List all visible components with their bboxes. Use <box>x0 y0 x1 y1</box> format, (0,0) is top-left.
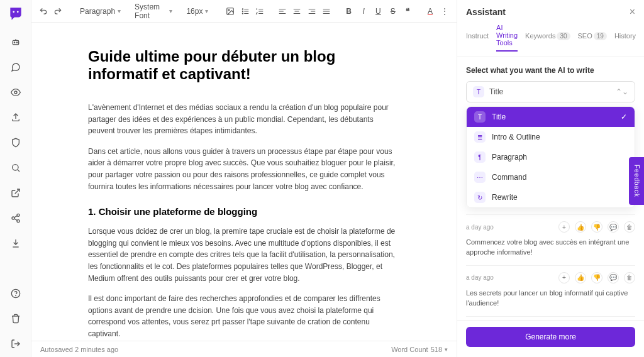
feedback-tab[interactable]: Feedback <box>629 157 644 205</box>
svg-point-5 <box>14 91 17 94</box>
align-right-button[interactable] <box>306 4 317 18</box>
svg-point-0 <box>13 11 14 13</box>
image-button[interactable] <box>225 4 236 18</box>
option-rewrite[interactable]: ↻Rewrite <box>467 187 635 207</box>
svg-point-1 <box>16 11 18 13</box>
ai-type-dropdown: TTitle✓ ≣Intro & Outline ¶Paragraph ⋯Com… <box>466 106 635 208</box>
chevron-down-icon: ▾ <box>445 346 448 353</box>
comment-icon[interactable] <box>10 62 21 73</box>
svg-point-11 <box>15 295 16 296</box>
robot-icon[interactable] <box>10 36 21 48</box>
quote-button[interactable]: ❝ <box>402 4 413 18</box>
redo-button[interactable] <box>52 4 63 18</box>
add-icon[interactable]: + <box>558 221 570 233</box>
title-icon: T <box>473 86 484 97</box>
word-count[interactable]: Word Count 518 ▾ <box>391 346 448 353</box>
tab-instruct[interactable]: Instruct <box>466 32 489 43</box>
align-justify-button[interactable] <box>321 4 331 18</box>
doc-paragraph[interactable]: Il est donc important de faire des reche… <box>88 293 400 339</box>
chevron-down-icon: ▾ <box>169 8 172 14</box>
underline-button[interactable]: U <box>373 4 384 18</box>
svg-point-3 <box>14 42 14 43</box>
editor-toolbar: Paragraph▾ System Font▾ 16px▾ B I U S ❝ … <box>31 0 457 23</box>
thumbs-down-icon[interactable]: 👎 <box>591 272 602 283</box>
italic-button[interactable]: I <box>358 4 369 18</box>
status-bar: Autosaved 2 minutes ago Word Count 518 ▾ <box>31 341 457 357</box>
chat-icon[interactable]: 💬 <box>608 221 619 233</box>
command-icon: ⋯ <box>474 172 486 183</box>
add-icon[interactable]: + <box>558 272 570 283</box>
history-item: a day ago + 👍 👎 💬 🗑 Découvrez comment dé… <box>466 316 635 320</box>
doc-paragraph[interactable]: Dans cet article, nous allons vous guide… <box>88 146 400 192</box>
undo-button[interactable] <box>38 4 48 18</box>
trash-icon[interactable] <box>10 313 21 324</box>
doc-paragraph[interactable]: L'avènement d'Internet et des médias soc… <box>88 102 400 137</box>
svg-point-15 <box>242 11 243 11</box>
delete-icon[interactable]: 🗑 <box>624 272 635 283</box>
svg-point-14 <box>242 8 243 9</box>
tab-keywords[interactable]: Keywords30 <box>525 32 570 43</box>
upload-icon[interactable] <box>10 112 21 123</box>
block-style-select[interactable]: Paragraph▾ <box>75 7 126 16</box>
generate-more-button[interactable]: Generate more <box>466 327 635 347</box>
eye-icon[interactable] <box>10 87 21 98</box>
thumbs-down-icon[interactable]: 👎 <box>591 221 602 233</box>
thumbs-up-icon[interactable]: 👍 <box>575 221 586 233</box>
outline-icon: ≣ <box>474 131 486 143</box>
svg-point-13 <box>229 9 230 11</box>
chevron-down-icon: ▾ <box>118 8 121 14</box>
ordered-list-button[interactable] <box>255 4 265 18</box>
align-center-button[interactable] <box>292 4 303 18</box>
close-icon[interactable]: × <box>630 6 635 18</box>
assistant-prompt: Select what you want the AI to write <box>466 66 635 75</box>
download-icon[interactable] <box>10 238 21 249</box>
ai-type-select[interactable]: T Title ⌃⌄ <box>466 81 635 102</box>
chat-icon[interactable]: 💬 <box>608 272 619 283</box>
paragraph-icon: ¶ <box>474 151 486 163</box>
left-nav-rail <box>0 0 31 357</box>
delete-icon[interactable]: 🗑 <box>624 221 635 233</box>
option-paragraph[interactable]: ¶Paragraph <box>467 147 635 167</box>
font-family-select[interactable]: System Font▾ <box>130 3 177 20</box>
text-color-button[interactable]: A <box>425 4 435 18</box>
check-icon: ✓ <box>621 113 627 121</box>
bullet-list-button[interactable] <box>240 4 250 18</box>
doc-title[interactable]: Guide ultime pour débuter un blog inform… <box>88 48 400 83</box>
svg-point-7 <box>17 214 19 216</box>
thumbs-up-icon[interactable]: 👍 <box>575 272 586 283</box>
doc-heading[interactable]: 1. Choisir une plateforme de blogging <box>88 206 400 217</box>
assistant-title: Assistant <box>466 7 506 17</box>
logout-icon[interactable] <box>10 338 21 349</box>
tab-ai-writing[interactable]: AI Writing Tools <box>496 24 518 52</box>
share-icon[interactable] <box>10 212 21 224</box>
doc-paragraph[interactable]: Lorsque vous dcidez de crer un blog, la … <box>88 226 400 284</box>
assistant-tabs: Instruct AI Writing Tools Keywords30 SEO… <box>457 24 644 57</box>
tab-history[interactable]: History <box>614 32 636 43</box>
select-caret-icon: ⌃⌄ <box>616 87 628 96</box>
font-size-select[interactable]: 16px▾ <box>181 7 213 16</box>
strike-button[interactable]: S <box>387 4 398 18</box>
bold-button[interactable]: B <box>343 4 354 18</box>
rewrite-icon: ↻ <box>474 192 486 203</box>
editor-main: Paragraph▾ System Font▾ 16px▾ B I U S ❝ … <box>31 0 457 357</box>
app-logo[interactable] <box>6 4 25 23</box>
more-button[interactable]: ⋮ <box>440 4 450 18</box>
history-time: a day ago <box>466 224 494 231</box>
assistant-panel: Assistant × Instruct AI Writing Tools Ke… <box>457 0 644 357</box>
shield-icon[interactable] <box>10 137 21 148</box>
history-item: a day ago + 👍 👎 💬 🗑 Les secrets pour lan… <box>466 265 635 316</box>
svg-point-8 <box>12 217 14 219</box>
help-icon[interactable] <box>10 288 21 299</box>
tab-seo[interactable]: SEO19 <box>578 32 607 43</box>
svg-point-9 <box>17 220 19 222</box>
history-time: a day ago <box>466 274 494 281</box>
align-left-button[interactable] <box>277 4 287 18</box>
option-command[interactable]: ⋯Command <box>467 167 635 187</box>
document-body[interactable]: Guide ultime pour débuter un blog inform… <box>31 23 457 341</box>
search-icon[interactable] <box>10 162 21 173</box>
option-title[interactable]: TTitle✓ <box>467 107 635 127</box>
external-icon[interactable] <box>10 187 21 199</box>
history-text: Commencez votre blog avec succès en inté… <box>466 238 635 258</box>
option-intro-outline[interactable]: ≣Intro & Outline <box>467 127 635 147</box>
chevron-down-icon: ▾ <box>205 8 208 14</box>
